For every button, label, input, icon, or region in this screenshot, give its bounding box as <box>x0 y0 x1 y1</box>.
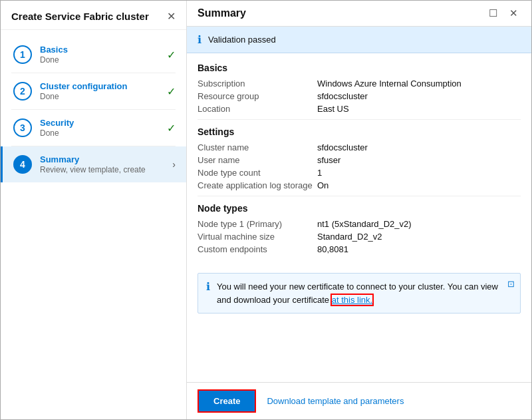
step-number-3: 3 <box>13 118 32 137</box>
field-custom-endpoints: Custom endpoints 80,8081 <box>198 244 521 254</box>
field-cluster-name: Cluster name sfdocscluster <box>198 142 521 152</box>
step-title-3: Security <box>40 118 162 128</box>
right-panel: Summary ☐ ✕ ℹ Validation passed Basics S… <box>187 1 531 419</box>
section-title-settings: Settings <box>198 126 521 137</box>
right-header: Summary ☐ ✕ <box>187 1 531 27</box>
right-content: ℹ Validation passed Basics Subscription … <box>187 27 531 382</box>
step-check-2: ✓ <box>167 85 176 98</box>
field-value-node-type-1: nt1 (5xStandard_D2_v2) <box>317 219 521 229</box>
summary-body: Basics Subscription Windows Azure Intern… <box>187 53 531 266</box>
validation-banner: ℹ Validation passed <box>187 27 531 53</box>
step-title-2: Cluster configuration <box>40 81 162 91</box>
step-item-3[interactable]: 3 Security Done ✓ <box>1 110 186 146</box>
step-title-4: Summary <box>40 154 167 164</box>
step-subtitle-2: Done <box>40 92 162 101</box>
step-content-3: Security Done <box>40 118 162 138</box>
step-subtitle-4: Review, view template, create <box>40 165 167 174</box>
step-content-1: Basics Done <box>40 45 162 65</box>
notice-text: You will need your new certificate to co… <box>217 280 512 306</box>
header-actions: ☐ ✕ <box>486 6 521 21</box>
info-notice: ℹ You will need your new certificate to … <box>198 273 521 314</box>
download-template-link[interactable]: Download template and parameters <box>267 396 404 406</box>
validation-text: Validation passed <box>208 35 276 45</box>
field-label-custom-endpoints: Custom endpoints <box>198 244 317 254</box>
field-label-location: Location <box>198 104 317 114</box>
step-item-1[interactable]: 1 Basics Done ✓ <box>1 37 186 73</box>
at-this-link[interactable]: at this link. <box>332 295 372 305</box>
field-resource-group: Resource group sfdocscluster <box>198 91 521 101</box>
field-label-user-name: User name <box>198 155 317 165</box>
field-label-subscription: Subscription <box>198 79 317 89</box>
section-title-node-types: Node types <box>198 203 521 214</box>
step-subtitle-3: Done <box>40 128 162 138</box>
step-check-1: ✓ <box>167 49 176 61</box>
field-value-node-type-count: 1 <box>317 168 521 178</box>
right-panel-title: Summary <box>198 7 246 19</box>
step-subtitle-1: Done <box>40 55 162 65</box>
right-close-button[interactable]: ✕ <box>507 6 521 21</box>
field-label-node-type-1: Node type 1 (Primary) <box>198 219 317 229</box>
validation-info-icon: ℹ <box>198 33 201 46</box>
section-title-basics: Basics <box>198 63 521 73</box>
field-value-location: East US <box>317 104 521 114</box>
step-title-1: Basics <box>40 45 162 55</box>
notice-info-icon: ℹ <box>206 280 210 293</box>
field-value-vm-size: Standard_D2_v2 <box>317 232 521 242</box>
steps-list: 1 Basics Done ✓ 2 Cluster configuration … <box>1 30 186 419</box>
step-check-3: ✓ <box>167 122 176 134</box>
field-vm-size: Virtual machine size Standard_D2_v2 <box>198 232 521 242</box>
step-arrow-4: › <box>172 159 176 170</box>
external-link-icon[interactable]: ⊡ <box>507 279 515 289</box>
field-value-custom-endpoints: 80,8081 <box>317 244 521 254</box>
step-content-4: Summary Review, view template, create <box>40 154 167 174</box>
field-label-resource-group: Resource group <box>198 91 317 101</box>
step-number-2: 2 <box>13 82 32 101</box>
step-item-2[interactable]: 2 Cluster configuration Done ✓ <box>1 73 186 109</box>
step-number-4: 4 <box>13 155 32 174</box>
left-header: Create Service Fabric cluster ✕ <box>1 1 186 30</box>
left-panel: Create Service Fabric cluster ✕ 1 Basics… <box>1 1 187 419</box>
field-user-name: User name sfuser <box>198 155 521 165</box>
field-value-cluster-name: sfdocscluster <box>317 142 521 152</box>
field-value-log-storage: On <box>317 180 521 190</box>
field-subscription: Subscription Windows Azure Internal Cons… <box>198 79 521 89</box>
right-footer: Create Download template and parameters <box>187 382 531 419</box>
create-cluster-dialog: Create Service Fabric cluster ✕ 1 Basics… <box>0 0 532 420</box>
field-node-type-count: Node type count 1 <box>198 168 521 178</box>
step-content-2: Cluster configuration Done <box>40 81 162 101</box>
dialog-close-button[interactable]: ✕ <box>167 10 176 23</box>
field-label-vm-size: Virtual machine size <box>198 232 317 242</box>
field-value-subscription: Windows Azure Internal Consumption <box>317 79 521 89</box>
step-item-4[interactable]: 4 Summary Review, view template, create … <box>1 146 186 182</box>
field-location: Location East US <box>198 104 521 114</box>
field-value-resource-group: sfdocscluster <box>317 91 521 101</box>
window-button[interactable]: ☐ <box>486 6 500 21</box>
field-node-type-1: Node type 1 (Primary) nt1 (5xStandard_D2… <box>198 219 521 229</box>
step-number-1: 1 <box>13 45 32 64</box>
field-value-user-name: sfuser <box>317 155 521 165</box>
field-label-log-storage: Create application log storage <box>198 180 317 190</box>
dialog-title: Create Service Fabric cluster <box>11 11 149 22</box>
field-label-node-type-count: Node type count <box>198 168 317 178</box>
create-button[interactable]: Create <box>198 389 256 413</box>
field-label-cluster-name: Cluster name <box>198 142 317 152</box>
field-log-storage: Create application log storage On <box>198 180 521 190</box>
